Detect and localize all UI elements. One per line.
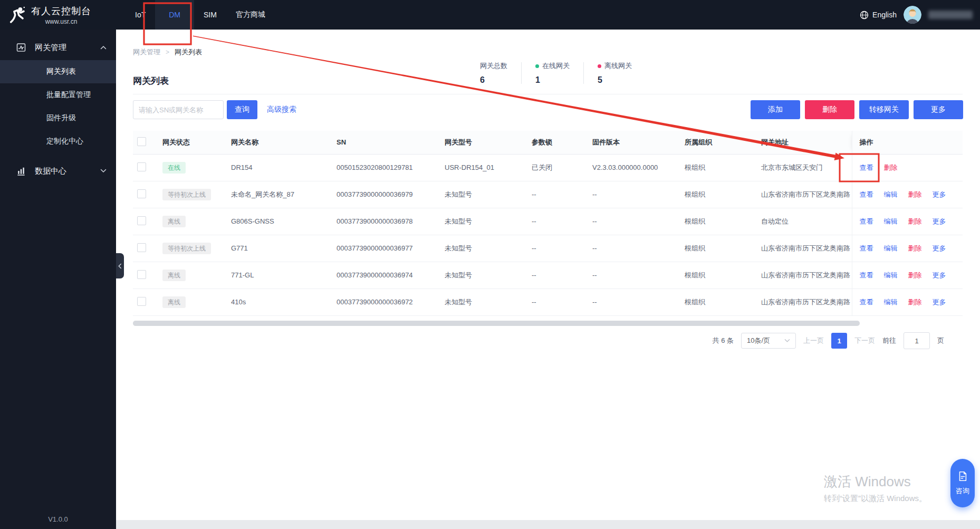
nav-item-官方商城[interactable]: 官方商城 — [226, 0, 275, 30]
sidebar-collapse-handle[interactable] — [116, 253, 124, 278]
action-more-link[interactable]: 更多 — [933, 244, 946, 252]
column-header: 网关型号 — [440, 131, 527, 154]
firmware-cell: -- — [588, 208, 680, 235]
action-delete-link[interactable]: 删除 — [908, 217, 922, 225]
transfer-gateway-button[interactable]: 转移网关 — [859, 100, 909, 119]
row-actions: 查看编辑删除更多 — [852, 262, 963, 288]
sidebar-item[interactable]: 网关列表 — [0, 60, 116, 83]
row-checkbox[interactable] — [137, 216, 146, 225]
action-delete-link[interactable]: 删除 — [908, 190, 922, 198]
add-button[interactable]: 添加 — [751, 100, 800, 119]
action-view-link[interactable]: 查看 — [860, 217, 873, 225]
gateway-icon — [16, 42, 26, 53]
status-badge: 离线 — [162, 296, 186, 308]
nav-item-label: IoT — [135, 11, 146, 19]
delete-button[interactable]: 删除 — [805, 100, 854, 119]
stat-online: 在线网关 1 — [535, 61, 570, 85]
table-row: 离线 410s 00037739000000036972 未知型号 -- -- … — [133, 288, 963, 315]
row-checkbox[interactable] — [137, 162, 146, 171]
select-all-cell — [133, 131, 158, 154]
model-cell: 未知型号 — [440, 288, 527, 315]
nav-item-sim[interactable]: SIM — [194, 0, 226, 30]
prev-page-button[interactable]: 上一页 — [803, 336, 824, 345]
document-icon — [957, 470, 968, 482]
action-edit-link[interactable]: 编辑 — [884, 217, 898, 225]
query-button[interactable]: 查询 — [227, 100, 257, 119]
stat-divider — [583, 62, 584, 84]
sn-cell: 00037739000000036978 — [332, 208, 440, 235]
next-page-button[interactable]: 下一页 — [854, 336, 875, 345]
breadcrumb-parent[interactable]: 网关管理 — [133, 47, 160, 57]
action-edit-link[interactable]: 编辑 — [884, 244, 898, 252]
avatar[interactable] — [904, 6, 921, 24]
username-redacted[interactable] — [928, 11, 973, 19]
chevron-down-icon — [784, 339, 790, 343]
sidebar-item[interactable]: 批量配置管理 — [0, 83, 116, 107]
stat-offline-label: 离线网关 — [604, 61, 632, 71]
action-more-link[interactable]: 更多 — [933, 217, 946, 225]
org-cell: 根组织 — [680, 262, 757, 288]
nav-item-iot[interactable]: IoT — [126, 0, 155, 30]
action-more-link[interactable]: 更多 — [933, 271, 946, 279]
column-header: 网关名称 — [227, 131, 332, 154]
watermark-line2: 转到“设置”以激活 Windows。 — [824, 494, 927, 504]
more-button[interactable]: 更多 — [914, 100, 963, 119]
sidebar-group[interactable]: 网关管理 — [0, 35, 116, 60]
advanced-search-link[interactable]: 高级搜索 — [267, 105, 296, 114]
page-size-select[interactable]: 10条/页 — [741, 333, 796, 349]
consult-button[interactable]: 咨询 — [950, 459, 975, 507]
select-all-checkbox[interactable] — [137, 137, 146, 146]
stat-online-value: 1 — [535, 75, 570, 85]
address-cell: 山东省济南市历下区龙奥南路 — [757, 288, 852, 315]
stat-total: 网关总数 6 — [480, 61, 507, 85]
action-delete-link[interactable]: 删除 — [908, 244, 922, 252]
row-actions: 查看编辑删除更多 — [852, 288, 963, 315]
row-checkbox[interactable] — [137, 189, 146, 198]
sidebar-item-label: 网关列表 — [46, 67, 76, 76]
stat-online-label: 在线网关 — [542, 61, 570, 71]
param-lock-cell: -- — [527, 262, 588, 288]
firmware-cell: -- — [588, 288, 680, 315]
action-view-link[interactable]: 查看 — [860, 163, 873, 171]
sidebar-item[interactable]: 定制化中心 — [0, 130, 116, 153]
action-delete-link[interactable]: 删除 — [884, 163, 898, 171]
action-view-link[interactable]: 查看 — [860, 298, 873, 306]
sidebar-group-label: 网关管理 — [35, 43, 92, 53]
watermark-line1: 激活 Windows — [824, 473, 927, 491]
sidebar-group[interactable]: 数据中心 — [0, 158, 116, 184]
row-checkbox[interactable] — [137, 297, 146, 306]
app-subtitle: www.usr.cn — [45, 18, 78, 25]
action-delete-link[interactable]: 删除 — [908, 298, 922, 306]
action-view-link[interactable]: 查看 — [860, 244, 873, 252]
gateway-name-cell: 410s — [227, 288, 332, 315]
sn-cell: 00037739000000036974 — [332, 262, 440, 288]
nav-item-dm[interactable]: DM — [155, 0, 194, 30]
action-delete-link[interactable]: 删除 — [908, 271, 922, 279]
search-input[interactable] — [133, 100, 224, 119]
goto-page-input[interactable] — [904, 332, 930, 349]
model-cell: USR-DR154_01 — [440, 154, 527, 181]
address-cell: 北京市东城区天安门 — [757, 154, 852, 181]
action-more-link[interactable]: 更多 — [933, 298, 946, 306]
row-checkbox[interactable] — [137, 270, 146, 279]
status-badge: 离线 — [162, 270, 186, 281]
current-page-button[interactable]: 1 — [831, 333, 847, 349]
action-edit-link[interactable]: 编辑 — [884, 190, 898, 198]
action-more-link[interactable]: 更多 — [933, 190, 946, 198]
param-lock-cell: -- — [527, 235, 588, 262]
topbar: 有人云控制台 www.usr.cn IoT DM SIM 官方商城 — [0, 0, 980, 30]
chevron-up-icon — [100, 45, 107, 50]
action-view-link[interactable]: 查看 — [860, 271, 873, 279]
address-cell: 山东省济南市历下区龙奥南路 — [757, 235, 852, 262]
row-actions: 查看编辑删除更多 — [852, 235, 963, 262]
language-switcher[interactable]: English — [860, 11, 897, 20]
sidebar-item[interactable]: 固件升级 — [0, 107, 116, 130]
table-header-row: 网关状态网关名称SN网关型号参数锁固件版本所属组织网关地址操作 — [133, 131, 963, 154]
main-content: 网关管理 > 网关列表 网关列表 网关总数 6 在线网关 1 离线网关 5 — [116, 30, 980, 529]
row-checkbox[interactable] — [137, 243, 146, 252]
horizontal-scrollbar-thumb[interactable] — [133, 321, 860, 326]
action-edit-link[interactable]: 编辑 — [884, 298, 898, 306]
action-edit-link[interactable]: 编辑 — [884, 271, 898, 279]
address-cell: 自动定位 — [757, 208, 852, 235]
action-view-link[interactable]: 查看 — [860, 190, 873, 198]
